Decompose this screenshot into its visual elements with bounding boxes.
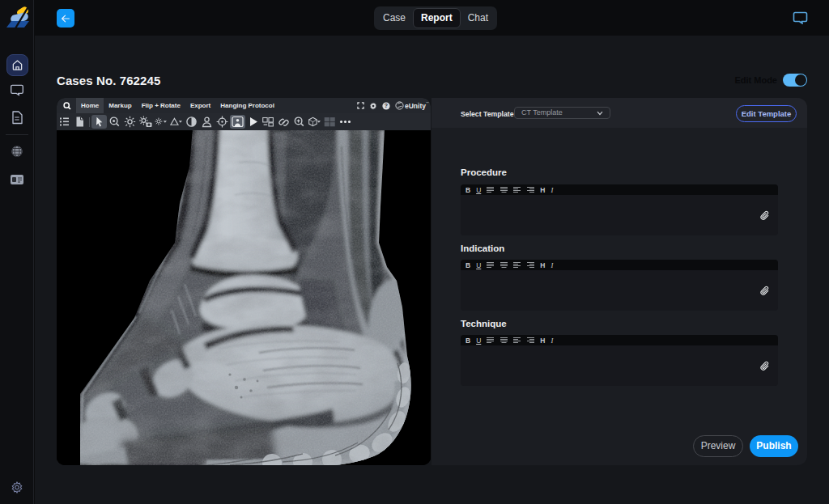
svg-text:eUnity: eUnity: [405, 102, 426, 110]
svg-text:™: ™: [426, 101, 429, 105]
svg-text:?: ?: [385, 103, 388, 108]
